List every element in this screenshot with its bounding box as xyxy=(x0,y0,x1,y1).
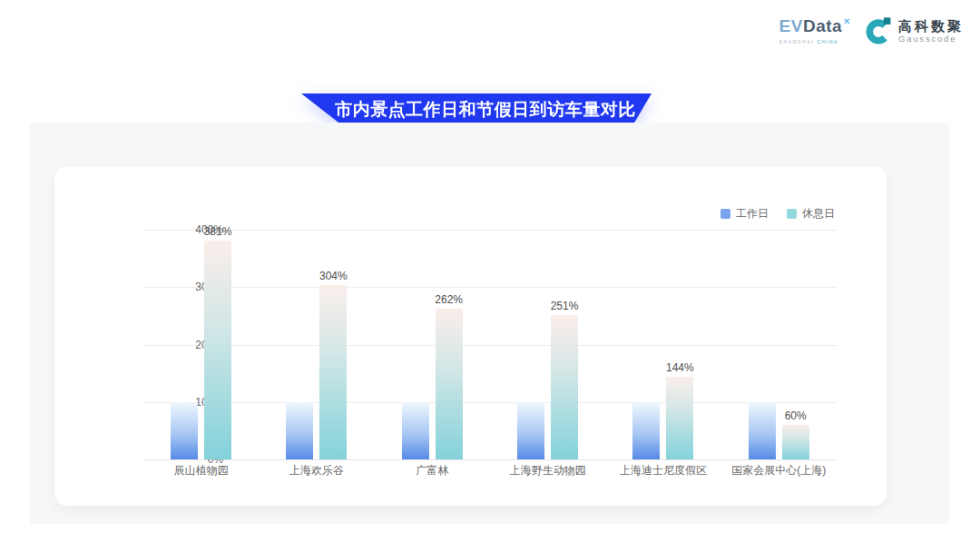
header-logos: EVData✕ SHANGHAI CHINA 高科数聚 Gausscode xyxy=(779,16,964,45)
gridline-300% xyxy=(143,287,837,288)
value-label-2: 262% xyxy=(420,293,478,306)
gausscode-g-icon xyxy=(865,16,894,45)
page: EVData✕ SHANGHAI CHINA 高科数聚 Gausscode 市内… xyxy=(0,0,980,552)
chart-card: 工作日休息日 0%100%200%300%400%381%辰山植物园304%上海… xyxy=(54,166,887,506)
bar-workday-3[interactable] xyxy=(517,402,544,459)
value-label-4: 144% xyxy=(651,361,709,374)
bar-restday-4[interactable] xyxy=(666,377,693,459)
bar-restday-2[interactable] xyxy=(436,309,463,459)
chart-legend: 工作日休息日 xyxy=(720,206,835,222)
value-label-3: 251% xyxy=(535,300,593,312)
bar-restday-1[interactable] xyxy=(319,285,347,459)
legend-label: 工作日 xyxy=(736,206,769,222)
x-axis-label-4: 上海迪士尼度假区 xyxy=(605,464,720,477)
evdata-ev: EV xyxy=(779,16,803,35)
legend-label: 休息日 xyxy=(802,206,835,222)
gridline-200% xyxy=(143,345,837,346)
legend-item-0[interactable]: 工作日 xyxy=(720,206,769,222)
evdata-data: Data xyxy=(803,16,842,35)
bar-workday-1[interactable] xyxy=(286,402,313,459)
legend-item-1[interactable]: 休息日 xyxy=(787,206,835,222)
x-axis-label-0: 辰山植物园 xyxy=(143,464,259,477)
page-title: 市内景点工作日和节假日到访车量对比 xyxy=(335,98,636,122)
evdata-logo: EVData✕ SHANGHAI CHINA xyxy=(779,17,850,44)
content-panel: 工作日休息日 0%100%200%300%400%381%辰山植物园304%上海… xyxy=(30,123,949,524)
legend-swatch-icon xyxy=(787,209,797,219)
x-axis-label-3: 上海野生动物园 xyxy=(490,464,605,477)
gausscode-en: Gausscode xyxy=(898,34,964,44)
evdata-x-icon: ✕ xyxy=(843,16,851,26)
x-axis-label-1: 上海欢乐谷 xyxy=(259,464,374,477)
evdata-logo-subtext: SHANGHAI CHINA xyxy=(779,39,838,44)
bar-workday-4[interactable] xyxy=(632,402,660,459)
title-banner-shape: 市内景点工作日和节假日到访车量对比 xyxy=(301,94,652,126)
bar-restday-5[interactable] xyxy=(782,425,809,459)
gausscode-logo-text: 高科数聚 Gausscode xyxy=(898,19,964,44)
legend-swatch-icon xyxy=(720,209,730,219)
value-label-0: 381% xyxy=(189,225,247,238)
bar-restday-0[interactable] xyxy=(204,241,231,459)
gausscode-logo: 高科数聚 Gausscode xyxy=(865,16,964,45)
x-axis-label-2: 广富林 xyxy=(375,464,490,477)
value-label-5: 60% xyxy=(767,409,825,422)
bar-workday-2[interactable] xyxy=(402,402,429,459)
bar-workday-0[interactable] xyxy=(171,402,198,459)
title-banner: 市内景点工作日和节假日到访车量对比 xyxy=(301,94,652,126)
evdata-logo-text: EVData✕ xyxy=(779,17,850,38)
gridline-100% xyxy=(143,402,837,403)
gridline-0% xyxy=(143,459,837,460)
plot-area: 0%100%200%300%400%381%辰山植物园304%上海欢乐谷262%… xyxy=(143,230,837,459)
value-label-1: 304% xyxy=(304,270,362,282)
x-axis-label-5: 国家会展中心(上海) xyxy=(721,464,837,477)
gridline-400% xyxy=(143,230,837,231)
bar-restday-3[interactable] xyxy=(551,315,578,459)
gausscode-cn: 高科数聚 xyxy=(898,19,964,34)
